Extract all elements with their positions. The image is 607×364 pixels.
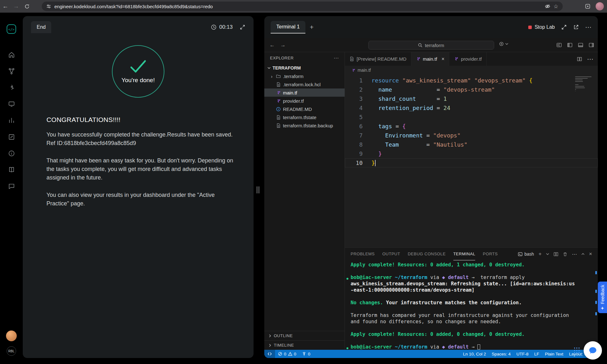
chat-widget-button[interactable] bbox=[584, 341, 602, 360]
breadcrumb[interactable]: main.tf bbox=[345, 66, 598, 75]
library-icon[interactable] bbox=[8, 166, 15, 173]
terminal-dropdown-icon[interactable] bbox=[546, 253, 549, 255]
panel-menu-icon[interactable]: ⋯ bbox=[572, 251, 577, 257]
rbl-badge[interactable]: RBL bbox=[7, 346, 16, 356]
editor-cursor bbox=[375, 160, 376, 166]
info-icon bbox=[276, 107, 281, 112]
expand-lab-icon[interactable] bbox=[561, 24, 567, 30]
add-terminal-icon[interactable]: + bbox=[310, 23, 314, 31]
minimap[interactable] bbox=[575, 76, 593, 91]
file-item-terraform.tfstate.backup[interactable]: terraform.tfstate.backup bbox=[264, 121, 345, 130]
file-item-provider.tf[interactable]: provider.tf bbox=[264, 97, 345, 105]
tab-end[interactable]: End bbox=[31, 21, 51, 33]
ports-indicator[interactable]: 0 bbox=[299, 352, 313, 356]
editor-menu-icon[interactable]: ⋯ bbox=[587, 55, 593, 63]
code-line-9[interactable]: 9 } bbox=[345, 149, 598, 158]
explorer-root-terraform[interactable]: TERRAFORM bbox=[264, 64, 345, 72]
browser-extension-icon[interactable] bbox=[585, 3, 591, 9]
feedback-button[interactable]: Feedback bbox=[598, 282, 607, 313]
learning-path-icon[interactable] bbox=[8, 68, 15, 75]
history-forward-icon[interactable]: → bbox=[279, 42, 287, 48]
code-line-10[interactable]: 10} bbox=[345, 158, 598, 167]
password-eye-off-icon[interactable] bbox=[545, 4, 550, 9]
site-settings-icon[interactable] bbox=[46, 4, 51, 9]
editor-tab-main-tf[interactable]: main.tf× bbox=[411, 52, 449, 66]
resize-grip-dots[interactable] bbox=[573, 347, 580, 353]
panel-tab-debug-console[interactable]: DEBUG CONSOLE bbox=[408, 248, 446, 260]
back-icon[interactable]: ← bbox=[0, 0, 11, 13]
command-center-search[interactable]: terraform bbox=[368, 41, 494, 50]
panel-resize-handle[interactable] bbox=[257, 186, 259, 193]
shell-label: bash bbox=[524, 252, 534, 257]
toggle-panel-icon[interactable] bbox=[578, 42, 583, 48]
clock-icon bbox=[211, 24, 217, 30]
rocket-icon[interactable] bbox=[8, 84, 15, 91]
file-item-main.tf[interactable]: main.tf bbox=[264, 88, 345, 97]
file-item-.terraform[interactable]: ›.terraform bbox=[264, 72, 345, 80]
editor-tab-provider-tf[interactable]: provider.tf bbox=[449, 52, 487, 66]
file-item-terraform.tfstate[interactable]: terraform.tfstate bbox=[264, 113, 345, 121]
code-editor[interactable]: 1resource "aws_kinesis_stream" "devops_s… bbox=[345, 75, 598, 247]
customize-layout-icon[interactable] bbox=[556, 42, 562, 48]
file-item-.terraform.lock.hcl[interactable]: .terraform.lock.hcl bbox=[264, 80, 345, 88]
shell-selector[interactable]: bash bbox=[518, 252, 534, 257]
check-icon bbox=[128, 59, 148, 74]
timeline-label: TIMELINE bbox=[274, 343, 294, 348]
expand-panel-icon[interactable] bbox=[240, 24, 245, 30]
stop-lab-button[interactable]: Stop Lab bbox=[528, 24, 555, 30]
encoding[interactable]: UTF-8 bbox=[513, 352, 531, 356]
code-line-8[interactable]: 8 Team = "Nautilus" bbox=[345, 140, 598, 149]
url-bar[interactable]: engineer.kodekloud.com/task?id=6818bfe3c… bbox=[42, 2, 563, 11]
split-editor-icon[interactable] bbox=[577, 57, 582, 62]
code-line-2[interactable]: 2 name = "devops-stream" bbox=[345, 85, 598, 94]
close-panel-icon[interactable]: × bbox=[589, 251, 592, 257]
kill-terminal-icon[interactable] bbox=[563, 252, 567, 257]
editor-tab--preview-readme-md[interactable]: [Preview] README.MD bbox=[345, 52, 411, 66]
eol-sequence[interactable]: LF bbox=[531, 352, 542, 356]
file-item-README.MD[interactable]: README.MD bbox=[264, 105, 345, 113]
maximize-panel-icon[interactable] bbox=[581, 253, 585, 255]
notes-icon[interactable] bbox=[8, 133, 15, 141]
panel-tab-ports[interactable]: PORTS bbox=[483, 248, 498, 260]
problems-indicator[interactable]: 0 0 bbox=[275, 352, 299, 356]
panel-tab-terminal[interactable]: TERMINAL bbox=[453, 248, 475, 260]
info-icon[interactable] bbox=[8, 150, 15, 157]
analytics-icon[interactable] bbox=[8, 117, 15, 124]
line-number: 8 bbox=[345, 140, 371, 149]
forward-icon[interactable]: → bbox=[11, 0, 21, 13]
cursor-position[interactable]: Ln 10, Col 2 bbox=[460, 352, 489, 356]
reload-icon[interactable] bbox=[21, 0, 32, 13]
support-chat-icon[interactable] bbox=[8, 183, 15, 190]
code-line-4[interactable]: 4 retention_period = 24 bbox=[345, 103, 598, 112]
history-back-icon[interactable]: ← bbox=[268, 42, 276, 48]
browser-profile-avatar[interactable] bbox=[596, 2, 604, 10]
user-avatar[interactable] bbox=[6, 331, 17, 341]
panel-tab-output[interactable]: OUTPUT bbox=[382, 248, 400, 260]
open-in-new-icon[interactable] bbox=[573, 24, 579, 30]
labs-icon[interactable] bbox=[8, 100, 15, 108]
remote-indicator[interactable] bbox=[264, 350, 275, 358]
toggle-primary-sidebar-icon[interactable] bbox=[567, 42, 573, 48]
home-icon[interactable] bbox=[8, 51, 15, 58]
lab-menu-icon[interactable]: ⋯ bbox=[585, 23, 592, 31]
terminal-output[interactable]: Apply complete! Resources: 0 added, 1 ch… bbox=[345, 260, 598, 350]
indentation[interactable]: Spaces: 4 bbox=[489, 352, 513, 356]
outline-section[interactable]: OUTLINE bbox=[264, 331, 345, 340]
toggle-secondary-sidebar-icon[interactable] bbox=[589, 42, 594, 48]
language-mode[interactable]: Plain Text bbox=[542, 352, 566, 356]
tab-terminal-1[interactable]: Terminal 1 bbox=[271, 21, 305, 33]
panel-tab-problems[interactable]: PROBLEMS bbox=[351, 248, 375, 260]
kodekloud-logo[interactable]: </> bbox=[6, 24, 16, 34]
split-terminal-icon[interactable] bbox=[554, 252, 558, 257]
timeline-section[interactable]: TIMELINE bbox=[264, 340, 345, 350]
code-line-5[interactable]: 5 bbox=[345, 112, 598, 122]
explorer-menu-icon[interactable]: ⋯ bbox=[334, 55, 339, 61]
code-line-3[interactable]: 3 shard_count = 1 bbox=[345, 94, 598, 103]
new-terminal-icon[interactable]: + bbox=[538, 251, 542, 257]
bookmark-star-icon[interactable]: ☆ bbox=[554, 3, 558, 10]
assistant-control[interactable] bbox=[499, 41, 508, 46]
code-line-6[interactable]: 6 tags = { bbox=[345, 122, 598, 131]
code-line-7[interactable]: 7 Environment = "devops" bbox=[345, 131, 598, 140]
code-line-1[interactable]: 1resource "aws_kinesis_stream" "devops_s… bbox=[345, 76, 598, 85]
close-icon[interactable]: × bbox=[442, 56, 445, 62]
